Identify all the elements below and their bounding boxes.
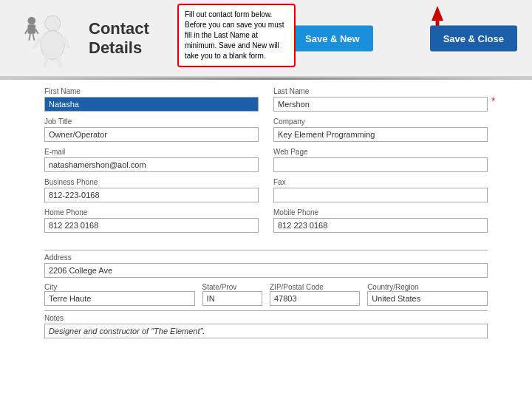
mobile-phone-group: Mobile Phone [273, 208, 488, 233]
address-detail-row: City State/Prov ZIP/Postal Code Country/… [44, 282, 488, 306]
job-title-group: Job Title [44, 117, 259, 142]
first-name-label: First Name [44, 87, 259, 95]
save-close-button[interactable]: Save & Close [430, 25, 517, 51]
email-row: E-mail Web Page [44, 148, 488, 172]
svg-line-4 [29, 33, 30, 40]
svg-line-2 [25, 29, 28, 33]
form-area: First Name Last Name * Job Title Company… [0, 80, 532, 246]
svg-line-5 [33, 33, 35, 40]
business-phone-group: Business Phone [44, 178, 259, 202]
email-input[interactable] [44, 157, 259, 172]
zip-label: ZIP/Postal Code [270, 283, 324, 291]
email-label: E-mail [44, 148, 259, 156]
state-group: State/Prov [202, 282, 262, 306]
country-group: Country/Region [367, 282, 488, 306]
business-phone-input[interactable] [44, 188, 259, 202]
save-new-button[interactable]: Save & New [292, 25, 373, 51]
country-label: Country/Region [367, 283, 418, 291]
svg-line-8 [34, 38, 41, 47]
zip-input[interactable] [270, 291, 360, 306]
phone-row: Business Phone Fax [44, 178, 488, 202]
fax-group: Fax [273, 178, 488, 202]
home-phone-label: Home Phone [44, 208, 259, 216]
mobile-phone-label: Mobile Phone [273, 208, 488, 216]
webpage-label: Web Page [273, 148, 488, 156]
country-input[interactable] [367, 291, 488, 306]
required-star: * [491, 96, 495, 106]
svg-rect-1 [27, 24, 35, 33]
company-label: Company [273, 117, 488, 126]
job-title-input[interactable] [44, 127, 259, 142]
notes-input[interactable] [44, 324, 488, 338]
webpage-input[interactable] [273, 157, 488, 172]
fax-label: Fax [273, 178, 488, 186]
avatar-area [15, 9, 81, 68]
svg-point-6 [45, 15, 61, 30]
jobtitle-row: Job Title Company [44, 117, 488, 142]
svg-point-7 [41, 30, 64, 59]
address-section: Address City State/Prov ZIP/Postal Code … [44, 250, 488, 306]
svg-line-3 [35, 29, 38, 33]
first-name-group: First Name [44, 87, 259, 112]
state-label: State/Prov [202, 283, 237, 291]
city-group: City [44, 282, 195, 306]
home-phone-group: Home Phone [44, 208, 259, 233]
business-phone-label: Business Phone [44, 178, 259, 186]
header: Contact Details Fill out contact form be… [0, 0, 532, 78]
mobile-phone-input[interactable] [273, 218, 488, 233]
state-input[interactable] [202, 291, 262, 306]
svg-line-10 [45, 56, 48, 66]
company-input[interactable] [273, 127, 488, 142]
svg-line-9 [64, 38, 68, 47]
last-name-label: Last Name [273, 87, 488, 95]
webpage-group: Web Page [273, 148, 488, 172]
zip-group: ZIP/Postal Code [270, 282, 360, 306]
tooltip-text: Fill out contact form below. Before you … [185, 10, 284, 60]
homephone-row: Home Phone Mobile Phone [44, 208, 488, 233]
last-name-group: Last Name * [273, 87, 488, 112]
svg-point-0 [27, 16, 35, 24]
home-phone-input[interactable] [44, 218, 259, 233]
last-name-input[interactable] [273, 97, 488, 112]
email-group: E-mail [44, 148, 259, 172]
city-input[interactable] [44, 291, 195, 306]
name-row: First Name Last Name * [44, 87, 488, 112]
city-label: City [44, 283, 57, 291]
tooltip-box: Fill out contact form below. Before you … [177, 4, 296, 67]
street-input[interactable] [44, 263, 488, 278]
fax-input[interactable] [273, 188, 488, 202]
notes-section: Notes [44, 310, 488, 338]
person-figure-icon [22, 9, 74, 68]
svg-line-11 [58, 56, 61, 66]
notes-label: Notes [44, 314, 488, 322]
job-title-label: Job Title [44, 117, 259, 126]
first-name-input[interactable] [44, 97, 259, 112]
company-group: Company [273, 117, 488, 142]
address-section-label: Address [44, 253, 488, 262]
